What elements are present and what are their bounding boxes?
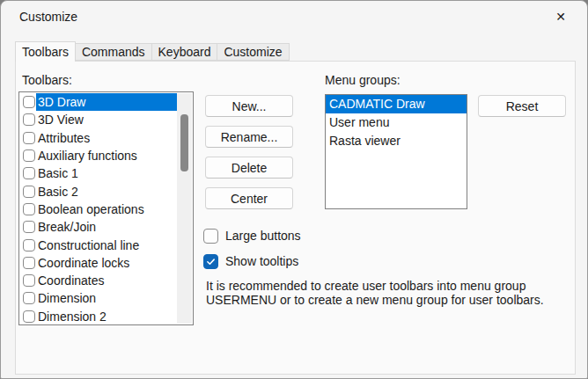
toolbar-item-label[interactable]: Basic 1 — [36, 164, 177, 182]
close-button[interactable]: ✕ — [541, 3, 580, 30]
toolbar-item-checkbox[interactable] — [23, 149, 35, 162]
toolbar-item-label[interactable]: Attributes — [36, 129, 177, 147]
window-title: Customize — [19, 1, 77, 33]
tab-strip: ToolbarsCommandsKeyboardCustomize — [15, 41, 290, 62]
toolbar-item-checkbox[interactable] — [23, 186, 35, 198]
toolbar-item-checkbox[interactable] — [23, 310, 35, 323]
toolbar-item-label[interactable]: Dimension — [36, 289, 177, 307]
toolbar-item-label[interactable]: Constructional line — [36, 236, 177, 253]
toolbar-list-item: Basic 1 — [20, 164, 177, 182]
reset-button[interactable]: Reset — [478, 95, 566, 117]
toolbar-item-label[interactable]: Boolean operations — [36, 200, 177, 218]
info-text: It is recommended to create user toolbar… — [206, 279, 567, 307]
toolbar-item-checkbox[interactable] — [23, 257, 35, 269]
new-button[interactable]: New... — [205, 95, 293, 117]
toolbar-list-item: 3D Draw — [20, 93, 177, 111]
toolbar-list-item: Break/Join — [20, 218, 177, 236]
title-bar: Customize ✕ — [1, 1, 587, 33]
toolbar-item-label[interactable]: Dimension 2 — [36, 308, 177, 325]
customize-dialog: Customize ✕ ToolbarsCommandsKeyboardCust… — [0, 0, 588, 379]
toolbar-list-item: Dimension 2 — [20, 308, 177, 325]
option-label: Show tooltips — [225, 254, 298, 268]
center-button[interactable]: Center — [205, 187, 293, 209]
delete-button[interactable]: Delete — [205, 157, 293, 179]
tab-commands[interactable]: Commands — [75, 43, 152, 61]
toolbar-item-label[interactable]: Basic 2 — [36, 182, 177, 200]
tab-keyboard[interactable]: Keyboard — [151, 43, 218, 61]
toolbar-item-label[interactable]: 3D Draw — [36, 93, 177, 111]
toolbars-list-rows: 3D Draw3D ViewAttributesAuxiliary functi… — [20, 93, 177, 324]
toolbar-list-item: Basic 2 — [20, 182, 177, 200]
toolbar-item-checkbox[interactable] — [23, 274, 35, 287]
toolbar-list-item: Constructional line — [20, 236, 177, 253]
toolbar-item-label[interactable]: Break/Join — [36, 218, 177, 236]
toolbar-item-checkbox[interactable] — [23, 239, 35, 251]
toolbar-item-label[interactable]: 3D View — [36, 111, 177, 128]
rename-button[interactable]: Rename... — [205, 126, 293, 148]
option-show-tooltips[interactable]: Show tooltips — [203, 252, 298, 270]
checked-checkbox-icon[interactable] — [203, 254, 218, 269]
unchecked-checkbox-icon[interactable] — [203, 229, 218, 244]
toolbar-item-checkbox[interactable] — [23, 132, 35, 144]
toolbar-item-checkbox[interactable] — [23, 203, 35, 215]
scrollbar-thumb[interactable] — [180, 114, 188, 171]
toolbar-item-label[interactable]: Auxiliary functions — [36, 147, 177, 164]
toolbar-list-item: Dimension — [20, 289, 177, 307]
menu-groups-listbox: CADMATIC DrawUser menuRasta viewer — [325, 94, 467, 209]
menu-groups-label: Menu groups: — [325, 73, 401, 87]
toolbars-label: Toolbars: — [22, 73, 72, 87]
toolbar-item-checkbox[interactable] — [23, 167, 35, 179]
option-label: Large buttons — [225, 229, 301, 243]
option-large-buttons[interactable]: Large buttons — [203, 227, 301, 244]
toolbar-item-checkbox[interactable] — [23, 221, 35, 233]
toolbar-item-checkbox[interactable] — [23, 113, 35, 126]
tab-toolbars[interactable]: Toolbars — [15, 41, 76, 62]
toolbar-item-checkbox[interactable] — [23, 292, 35, 304]
toolbar-item-label[interactable]: Coordinates — [36, 272, 177, 289]
toolbar-list-item: Coordinate locks — [20, 254, 177, 272]
menu-group-item[interactable]: Rasta viewer — [326, 132, 467, 150]
toolbar-item-label[interactable]: Coordinate locks — [36, 254, 177, 272]
toolbar-list-item: Coordinates — [20, 272, 177, 289]
toolbars-listbox: 3D Draw3D ViewAttributesAuxiliary functi… — [18, 91, 194, 325]
menu-group-item[interactable]: CADMATIC Draw — [326, 95, 467, 113]
toolbar-item-checkbox[interactable] — [23, 96, 35, 108]
toolbar-list-item: Attributes — [20, 129, 177, 147]
toolbar-list-item: Boolean operations — [20, 200, 177, 218]
close-icon: ✕ — [555, 10, 566, 24]
menu-group-item[interactable]: User menu — [326, 113, 467, 132]
toolbar-list-item: Auxiliary functions — [20, 147, 177, 164]
toolbar-list-item: 3D View — [20, 111, 177, 128]
toolbars-scrollbar[interactable] — [177, 93, 192, 324]
tab-customize[interactable]: Customize — [217, 43, 289, 61]
